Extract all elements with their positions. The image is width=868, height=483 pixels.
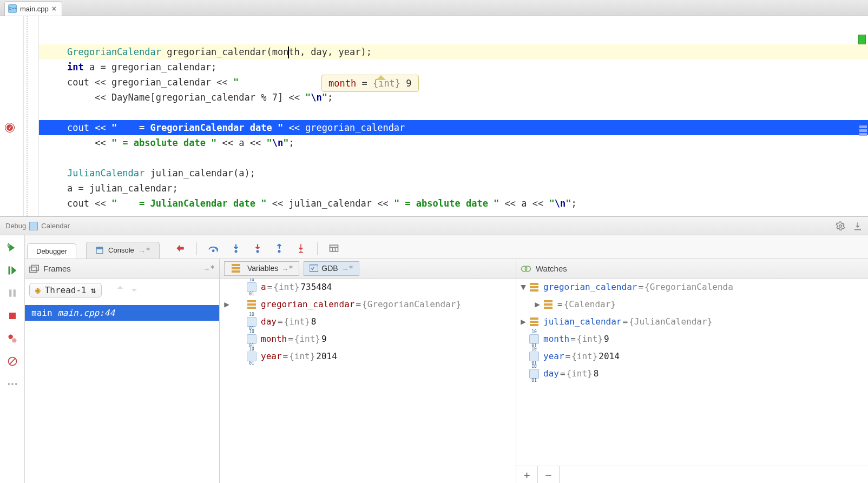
watch-row[interactable]: 1001year = {int} 2014 (516, 348, 868, 365)
watch-row[interactable]: ▶julian_calendar = {JulianCalendar} (516, 313, 868, 330)
evaluate-expression-icon[interactable] (328, 243, 339, 255)
resume-icon[interactable] (6, 264, 18, 276)
object-icon (543, 300, 553, 309)
analysis-marker-icon[interactable] (858, 35, 866, 44)
pause-icon[interactable] (6, 287, 18, 299)
more-icon[interactable] (6, 378, 18, 390)
run-to-cursor-icon[interactable] (295, 243, 306, 255)
variables-pane: Variables→∗ GDB→∗ 1001a = {int} 735484 ▶… (220, 259, 516, 483)
variable-row[interactable]: ▶gregorian_calendar = {GregorianCalendar… (220, 296, 516, 313)
step-out-icon[interactable] (274, 243, 285, 255)
chevron-right-icon[interactable]: ▶ (520, 315, 527, 329)
svg-point-8 (8, 383, 9, 385)
primitive-icon: 1001 (247, 352, 257, 361)
code-area[interactable]: GregorianCalendar gregorian_calendar(mon… (39, 16, 868, 216)
thread-selector[interactable]: ◉ Thread-1 ⇅ (29, 283, 102, 297)
next-frame-icon[interactable] (130, 284, 139, 295)
svg-point-5 (8, 335, 12, 339)
overview-ruler[interactable] (859, 124, 867, 137)
chevron-updown-icon: ⇅ (91, 285, 96, 295)
remove-watch-button[interactable]: − (538, 466, 560, 483)
svg-point-25 (525, 266, 530, 272)
debug-toolwindow-header: Debug Calendar (0, 216, 868, 235)
add-watch-button[interactable]: + (516, 466, 538, 483)
breakpoint-icon[interactable] (5, 123, 14, 132)
mute-breakpoints-icon[interactable] (6, 355, 18, 367)
watch-row[interactable]: ▶ = {Calendar} (516, 296, 868, 313)
variables-tree[interactable]: 1001a = {int} 735484 ▶gregorian_calendar… (220, 279, 516, 483)
svg-point-10 (15, 383, 17, 385)
frames-icon (29, 264, 39, 273)
svg-rect-2 (9, 289, 11, 296)
watches-tree[interactable]: ▼gregorian_calendar = {GregorianCalenda … (516, 279, 868, 483)
svg-point-6 (12, 338, 16, 342)
force-step-into-icon[interactable] (252, 243, 263, 255)
watches-pane: Watches ▼gregorian_calendar = {Gregorian… (516, 259, 868, 483)
view-breakpoints-icon[interactable] (6, 333, 18, 345)
watch-row[interactable]: ▼gregorian_calendar = {GregorianCalenda (516, 279, 868, 296)
debug-value-tooltip: month = {int} 9 (321, 75, 419, 92)
tab-gdb[interactable]: GDB→∗ (304, 261, 359, 275)
step-over-icon[interactable] (208, 243, 220, 255)
editor-gutter[interactable] (0, 16, 24, 216)
svg-point-16 (278, 250, 280, 253)
thread-icon: ◉ (35, 285, 41, 295)
frames-pane: Frames →∗ ◉ Thread-1 ⇅ (25, 259, 220, 483)
show-execution-point-icon[interactable] (175, 243, 186, 255)
rerun-icon[interactable] (6, 242, 18, 254)
frame-list[interactable]: main main.cpp:44 (25, 305, 219, 321)
variable-row[interactable]: 1001year = {int} 2014 (220, 348, 516, 365)
svg-point-9 (11, 383, 13, 385)
object-icon (529, 282, 539, 292)
run-config-icon (29, 222, 38, 230)
watches-icon (521, 264, 531, 273)
svg-rect-17 (330, 245, 338, 252)
chevron-right-icon[interactable]: ▶ (534, 297, 541, 312)
variables-icon (231, 263, 241, 273)
editor-tabbar: C++ main.cpp × (0, 0, 868, 16)
download-icon[interactable] (853, 221, 863, 231)
debug-label: Debug (5, 222, 26, 230)
svg-rect-1 (8, 267, 10, 275)
primitive-icon: 1001 (247, 282, 257, 292)
svg-point-0 (839, 224, 842, 227)
cpp-file-icon: C++ (8, 4, 17, 13)
variable-row[interactable]: 1001a = {int} 735484 (220, 279, 516, 296)
watches-title: Watches (536, 264, 567, 273)
variable-row[interactable]: 1001month = {int} 9 (220, 330, 516, 348)
svg-point-13 (212, 249, 215, 252)
step-into-icon[interactable] (231, 243, 241, 255)
fold-column[interactable] (24, 16, 39, 216)
stop-icon[interactable] (6, 310, 18, 322)
svg-rect-4 (9, 313, 16, 319)
svg-point-15 (256, 250, 259, 253)
close-icon[interactable]: × (52, 4, 56, 13)
run-config-name: Calendar (41, 222, 70, 230)
frame-item[interactable]: main main.cpp:44 (25, 305, 219, 321)
svg-point-14 (234, 250, 237, 253)
tab-debugger[interactable]: Debugger (27, 243, 76, 259)
editor-tab[interactable]: C++ main.cpp × (4, 1, 62, 16)
svg-rect-22 (31, 265, 38, 270)
prev-frame-icon[interactable] (116, 284, 124, 295)
chevron-right-icon[interactable]: ▶ (223, 297, 231, 312)
pin-icon[interactable]: →∗ (203, 263, 215, 273)
watch-row[interactable]: 1001day = {int} 8 (516, 365, 868, 382)
debug-panel: Debugger Console →∗ (0, 235, 868, 483)
svg-rect-21 (30, 267, 37, 272)
debug-tabs: Debugger Console →∗ (25, 235, 868, 259)
svg-rect-23 (310, 265, 318, 272)
gear-icon[interactable] (836, 221, 845, 231)
variable-row[interactable]: 1001day = {int} 8 (220, 313, 516, 330)
primitive-icon: 1001 (529, 369, 539, 379)
watch-row[interactable]: 1001month = {int} 9 (516, 330, 868, 348)
frames-title: Frames (43, 264, 71, 273)
svg-rect-12 (96, 247, 103, 249)
tab-variables[interactable]: Variables→∗ (224, 261, 299, 275)
tab-console[interactable]: Console →∗ (86, 242, 160, 259)
code-editor[interactable]: GregorianCalendar gregorian_calendar(mon… (0, 16, 868, 216)
debug-left-toolbar (0, 235, 25, 483)
svg-rect-3 (13, 289, 15, 296)
chevron-down-icon[interactable]: ▼ (520, 280, 527, 294)
editor-tab-label: main.cpp (20, 5, 49, 13)
